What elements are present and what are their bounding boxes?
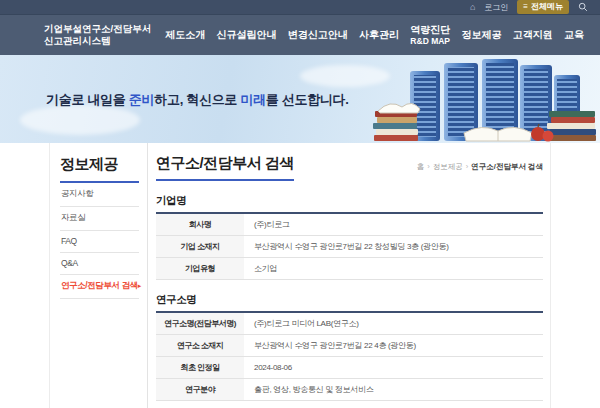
table-row: 연구소명(전담부서명)(주)티로그 미디어 LAB(연구소) bbox=[156, 312, 543, 335]
nav-item[interactable]: 제도소개 bbox=[165, 29, 205, 41]
main-content: 연구소/전담부서 검색 홈›정보제공›연구소/전담부서 검색 기업명회사명(주)… bbox=[148, 143, 550, 408]
row-value: (주)티로그 미디어 LAB(연구소) bbox=[244, 312, 543, 335]
nav-item-subline: R&D MAP bbox=[410, 36, 450, 46]
sidebar-item[interactable]: 자료실▸ bbox=[60, 207, 139, 231]
nav-item[interactable]: 역량진단R&D MAP bbox=[410, 24, 450, 46]
site-logo-line1: 기업부설연구소/전담부서 bbox=[44, 23, 151, 35]
sidebar-item-label: FAQ bbox=[61, 236, 77, 246]
breadcrumb-item[interactable]: 홈 bbox=[417, 162, 425, 171]
sidebar-item[interactable]: FAQ▸ bbox=[60, 231, 139, 253]
active-arrow-icon: ▸ bbox=[138, 282, 141, 290]
all-menu-label: 전체메뉴 bbox=[531, 1, 563, 12]
server-books-illustration bbox=[372, 55, 600, 143]
nav-item[interactable]: 고객지원 bbox=[513, 29, 553, 41]
detail-table: 연구소명(전담부서명)(주)티로그 미디어 LAB(연구소)연구소 소재지부산광… bbox=[156, 311, 543, 401]
detail-table: 회사명(주)티로그기업 소재지부산광역시 수영구 광안로7번길 22 창성빌딩 … bbox=[156, 212, 543, 280]
slogan-highlight: 준비 bbox=[129, 92, 154, 107]
table-row: 기업 소재지부산광역시 수영구 광안로7번길 22 창성빌딩 3층 (광안동) bbox=[156, 236, 543, 258]
row-label: 회사명 bbox=[156, 213, 244, 236]
hamburger-icon: ≡ bbox=[523, 2, 528, 11]
home-icon[interactable]: ⌂ bbox=[470, 3, 475, 12]
sidebar-item-label: Q&A bbox=[61, 258, 78, 268]
slogan-text: 하고, 혁신으로 bbox=[154, 92, 240, 107]
row-label: 연구소명(전담부서명) bbox=[156, 312, 244, 335]
sidebar-item[interactable]: Q&A▸ bbox=[60, 253, 139, 275]
sidebar-item[interactable]: 연구소/전담부서 검색▸ bbox=[60, 275, 139, 299]
banner-slogan: 기술로 내일을 준비하고, 혁신으로 미래를 선도합니다. bbox=[46, 91, 349, 109]
main-nav-bar: 기업부설연구소/전담부서 신고관리시스템 제도소개신규설립안내변경신고안내사후관… bbox=[0, 14, 600, 55]
breadcrumb-item[interactable]: 정보제공 bbox=[433, 162, 463, 171]
table-row: 최초 인정일2024-08-06 bbox=[156, 357, 543, 379]
detail-sections: 기업명회사명(주)티로그기업 소재지부산광역시 수영구 광안로7번길 22 창성… bbox=[156, 194, 543, 401]
nav-item[interactable]: 신규설립안내 bbox=[216, 29, 276, 41]
breadcrumb-separator: › bbox=[427, 162, 430, 171]
breadcrumb: 홈›정보제공›연구소/전담부서 검색 bbox=[417, 162, 543, 172]
row-value: (주)티로그 bbox=[244, 213, 543, 236]
row-label: 연구소 소재지 bbox=[156, 335, 244, 357]
table-row: 연구분야출판, 영상, 방송통신 및 정보서비스 bbox=[156, 379, 543, 401]
row-label: 연구분야 bbox=[156, 379, 244, 401]
breadcrumb-item[interactable]: 연구소/전담부서 검색 bbox=[471, 162, 543, 171]
page-title: 연구소/전담부서 검색 bbox=[156, 154, 294, 181]
login-link[interactable]: 로그인 bbox=[484, 2, 508, 13]
table-row: 기업유형소기업 bbox=[156, 258, 543, 280]
row-value: 부산광역시 수영구 광안로7번길 22 창성빌딩 3층 (광안동) bbox=[244, 236, 543, 258]
cloud-decoration bbox=[20, 105, 140, 135]
row-value: 2024-08-06 bbox=[244, 357, 543, 379]
search-icon[interactable] bbox=[578, 2, 588, 12]
section-heading: 기업명 bbox=[156, 194, 543, 208]
row-value: 소기업 bbox=[244, 258, 543, 280]
sidebar-menu: 공지사항▸자료실▸FAQ▸Q&A▸연구소/전담부서 검색▸ bbox=[60, 183, 139, 299]
sidebar: 정보제공 공지사항▸자료실▸FAQ▸Q&A▸연구소/전담부서 검색▸ bbox=[50, 143, 148, 408]
nav-item[interactable]: 정보제공 bbox=[461, 29, 501, 41]
row-label: 최초 인정일 bbox=[156, 357, 244, 379]
site-logo[interactable]: 기업부설연구소/전담부서 신고관리시스템 bbox=[44, 23, 151, 48]
nav-item[interactable]: 변경신고안내 bbox=[288, 29, 348, 41]
main-nav: 제도소개신규설립안내변경신고안내사후관리역량진단R&D MAP정보제공고객지원교… bbox=[165, 24, 584, 46]
row-value: 부산광역시 수영구 광안로7번길 22 4층 (광안동) bbox=[244, 335, 543, 357]
all-menu-button[interactable]: ≡ 전체메뉴 bbox=[517, 0, 569, 14]
sidebar-title: 정보제공 bbox=[60, 155, 139, 183]
slogan-text: 를 선도합니다. bbox=[266, 92, 349, 107]
row-label: 기업유형 bbox=[156, 258, 244, 280]
breadcrumb-separator: › bbox=[466, 162, 469, 171]
row-label: 기업 소재지 bbox=[156, 236, 244, 258]
slogan-highlight: 미래 bbox=[240, 92, 265, 107]
sidebar-item-label: 연구소/전담부서 검색 bbox=[61, 280, 138, 292]
table-row: 연구소 소재지부산광역시 수영구 광안로7번길 22 4층 (광안동) bbox=[156, 335, 543, 357]
hero-banner: 기술로 내일을 준비하고, 혁신으로 미래를 선도합니다. bbox=[0, 55, 600, 143]
site-logo-line2: 신고관리시스템 bbox=[44, 35, 151, 47]
content-wrapper: 정보제공 공지사항▸자료실▸FAQ▸Q&A▸연구소/전담부서 검색▸ 연구소/전… bbox=[49, 143, 551, 408]
section-heading: 연구소명 bbox=[156, 293, 543, 307]
sidebar-item-label: 자료실 bbox=[61, 212, 85, 224]
sidebar-item[interactable]: 공지사항▸ bbox=[60, 183, 139, 207]
slogan-text: 기술로 내일을 bbox=[46, 92, 129, 107]
nav-item[interactable]: 사후관리 bbox=[359, 29, 399, 41]
table-row: 회사명(주)티로그 bbox=[156, 213, 543, 236]
row-value: 출판, 영상, 방송통신 및 정보서비스 bbox=[244, 379, 543, 401]
utility-bar: ⌂ 로그인 ≡ 전체메뉴 bbox=[0, 0, 600, 14]
sidebar-item-label: 공지사항 bbox=[61, 188, 93, 200]
nav-item[interactable]: 교육 bbox=[564, 29, 584, 41]
